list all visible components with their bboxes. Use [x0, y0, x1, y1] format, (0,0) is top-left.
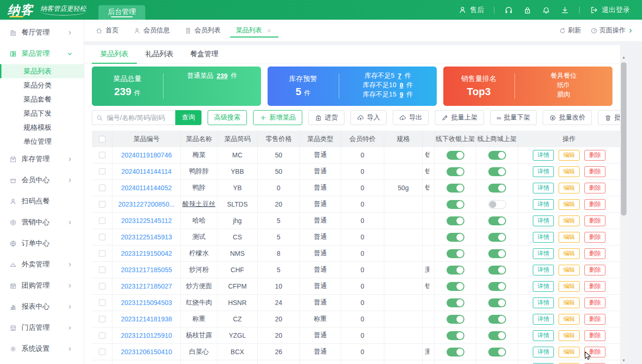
sidebar-item-营销中心[interactable]: 营销中心 — [0, 212, 84, 233]
panel-tab-餐盒管理[interactable]: 餐盒管理 — [182, 45, 227, 63]
online-shelf-toggle[interactable] — [488, 167, 506, 176]
dish-code-link[interactable]: 20240114144052 — [121, 184, 172, 192]
detail-button[interactable]: 详情 — [533, 314, 554, 325]
sidebar-subitem-菜品下发[interactable]: 菜品下发 — [0, 106, 84, 120]
online-shelf-toggle[interactable] — [488, 184, 506, 193]
nav-tab-backend[interactable]: 后台管理 — [98, 5, 145, 20]
dish-code-link[interactable]: 20231217185027 — [121, 282, 172, 290]
sidebar-item-库存管理[interactable]: 库存管理 — [0, 149, 84, 170]
toolbar-button-高级搜索[interactable]: 高级搜索 — [208, 110, 247, 125]
dish-code-link[interactable]: 20231225145112 — [121, 217, 172, 224]
detail-button[interactable]: 详情 — [533, 232, 554, 243]
offline-shelf-toggle[interactable] — [447, 348, 464, 357]
edit-button[interactable]: 编辑 — [559, 330, 580, 341]
detail-button[interactable]: 详情 — [533, 347, 554, 357]
edit-button[interactable]: 编辑 — [559, 183, 580, 193]
offline-shelf-toggle[interactable] — [447, 331, 464, 340]
after-sales-button[interactable]: 售后 — [458, 6, 484, 15]
delete-button[interactable]: 删除 — [584, 248, 605, 259]
sidebar-subitem-菜品列表[interactable]: 菜品列表 — [0, 64, 84, 78]
sidebar-subitem-菜品分类[interactable]: 菜品分类 — [0, 78, 84, 92]
close-icon[interactable] — [267, 28, 272, 33]
offline-shelf-toggle[interactable] — [447, 167, 464, 176]
dish-code-link[interactable]: 20231217185055 — [121, 266, 172, 274]
edit-button[interactable]: 编辑 — [559, 166, 580, 177]
sidebar-item-扫码点餐[interactable]: 扫码点餐 — [0, 191, 84, 212]
detail-button[interactable]: 详情 — [533, 330, 554, 341]
delete-button[interactable]: 删除 — [584, 215, 605, 226]
edit-button[interactable]: 编辑 — [559, 199, 580, 210]
online-shelf-toggle[interactable] — [488, 249, 506, 258]
dish-code-link[interactable]: 20231214181938 — [121, 315, 172, 323]
logout-button[interactable]: 退出登录 — [590, 6, 630, 15]
edit-button[interactable]: 编辑 — [559, 150, 580, 161]
delete-button[interactable]: 删除 — [584, 150, 605, 161]
toolbar-button-新增菜品[interactable]: 新增菜品 — [253, 110, 302, 125]
sidebar-item-门店管理[interactable]: 门店管理 — [0, 317, 84, 338]
row-checkbox[interactable] — [99, 299, 105, 306]
tab-会员列表[interactable]: 会员列表 — [185, 20, 221, 41]
row-checkbox[interactable] — [99, 267, 105, 273]
lock-icon[interactable] — [523, 6, 532, 15]
toolbar-button-导入[interactable]: 导入 — [351, 110, 387, 125]
delete-button[interactable]: 删除 — [584, 281, 605, 292]
headset-icon[interactable] — [504, 6, 513, 15]
row-checkbox[interactable] — [99, 217, 105, 224]
detail-button[interactable]: 详情 — [533, 248, 554, 259]
toolbar-button-导出[interactable]: 导出 — [393, 110, 429, 125]
tab-会员信息[interactable]: 会员信息 — [134, 20, 170, 41]
sidebar-item-报表中心[interactable]: 报表中心 — [0, 296, 84, 317]
edit-button[interactable]: 编辑 — [559, 248, 580, 259]
offline-shelf-toggle[interactable] — [447, 151, 464, 160]
dish-code-link[interactable]: 20240119180746 — [121, 151, 172, 159]
detail-button[interactable]: 详情 — [533, 215, 554, 226]
search-button[interactable]: 查询 — [175, 110, 202, 125]
select-all-checkbox[interactable] — [99, 136, 105, 142]
sidebar-subitem-菜品套餐[interactable]: 菜品套餐 — [0, 92, 84, 106]
delete-button[interactable]: 删除 — [584, 166, 605, 177]
search-input[interactable] — [106, 113, 170, 122]
delete-button[interactable]: 删除 — [584, 314, 605, 325]
offline-shelf-toggle[interactable] — [447, 282, 464, 291]
tab-首页[interactable]: 首页 — [96, 20, 119, 41]
toolbar-button-进货[interactable]: 进货 — [308, 110, 344, 125]
dish-code-link[interactable]: 20231206150410 — [121, 348, 172, 356]
delete-button[interactable]: 删除 — [584, 183, 605, 193]
sidebar-item-系统设置[interactable]: 系统设置 — [0, 338, 84, 359]
offline-shelf-toggle[interactable] — [447, 216, 464, 225]
offline-shelf-toggle[interactable] — [447, 298, 464, 307]
detail-button[interactable]: 详情 — [533, 150, 554, 161]
row-checkbox[interactable] — [99, 152, 105, 158]
sidebar-item-外卖管理[interactable]: 外卖管理 — [0, 254, 84, 275]
card-stat-value[interactable]: 7 — [398, 72, 402, 80]
delete-button[interactable]: 删除 — [584, 232, 605, 243]
edit-button[interactable]: 编辑 — [559, 281, 580, 292]
download-icon[interactable] — [560, 6, 569, 15]
edit-button[interactable]: 编辑 — [559, 232, 580, 243]
detail-button[interactable]: 详情 — [533, 199, 554, 210]
delete-button[interactable]: 删除 — [584, 330, 605, 341]
delete-button[interactable]: 删除 — [584, 297, 605, 308]
page-ops-button[interactable]: 页面操作 — [590, 26, 634, 35]
bell-icon[interactable] — [542, 6, 551, 15]
sidebar-item-会员中心[interactable]: 会员中心 — [0, 170, 84, 191]
sidebar-item-团购管理[interactable]: 团购管理 — [0, 275, 84, 296]
offline-shelf-toggle[interactable] — [447, 249, 464, 258]
offline-shelf-toggle[interactable] — [447, 184, 464, 193]
dish-code-link[interactable]: 20231219150042 — [121, 250, 172, 257]
detail-button[interactable]: 详情 — [533, 297, 554, 308]
delete-button[interactable]: 删除 — [584, 347, 605, 357]
edit-button[interactable]: 编辑 — [559, 215, 580, 226]
row-checkbox[interactable] — [99, 283, 105, 290]
online-shelf-toggle[interactable] — [488, 233, 506, 242]
detail-button[interactable]: 详情 — [533, 183, 554, 193]
dish-code-link[interactable]: 20240114144114 — [121, 168, 172, 175]
online-shelf-toggle[interactable] — [488, 348, 506, 357]
vertical-scrollbar[interactable]: ▲ ▼ — [620, 54, 627, 364]
dish-code-link[interactable]: 20231210125910 — [121, 332, 172, 339]
row-checkbox[interactable] — [99, 332, 105, 339]
toolbar-button-批量改价[interactable]: 批量改价 — [543, 110, 592, 125]
offline-shelf-toggle[interactable] — [447, 266, 464, 275]
online-shelf-toggle[interactable] — [488, 151, 506, 160]
card-stat-value[interactable]: 9 — [400, 91, 403, 98]
